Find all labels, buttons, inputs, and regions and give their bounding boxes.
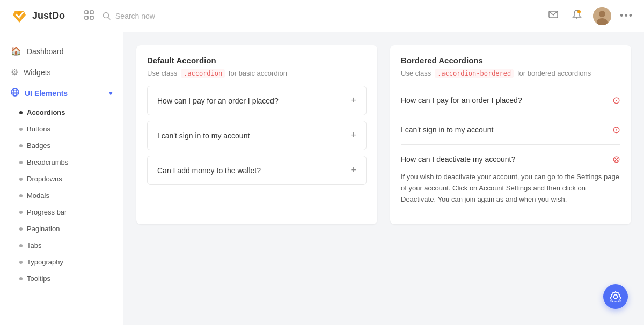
subitem-dot [19,261,23,264]
bordered-accordion-code-label: .accordion-bordered [435,69,514,78]
sidebar-item-dashboard[interactable]: 🏠 Dashboard [0,41,123,62]
search-bar[interactable]: Search now [103,12,546,20]
avatar[interactable] [593,7,611,25]
svg-rect-1 [90,11,93,14]
svg-point-10 [599,11,605,17]
sidebar-subitem-tooltips[interactable]: Tooltips [0,270,123,287]
accordion-item-3[interactable]: Can I add money to the wallet? + [147,156,367,185]
layout: 🏠 Dashboard ⚙ Widgets UI Elements ▾ [0,32,644,325]
logo[interactable]: JustDo [11,8,65,25]
subitem-dot [19,128,23,131]
search-placeholder: Search now [115,12,155,20]
svg-point-8 [577,10,581,13]
bordered-desc-suffix: for bordered accordions [517,69,591,77]
sidebar-subitem-buttons[interactable]: Buttons [0,121,123,137]
header-right: ••• [546,7,633,25]
sidebar-item-widgets-label: Widgets [24,68,51,77]
bordered-accordion-content-3: If you wish to deactivate your account, … [401,172,620,205]
default-accordion-code-label: .accordion [181,69,225,78]
sidebar-item-widgets[interactable]: ⚙ Widgets [0,62,123,83]
bordered-accordion-header-2[interactable]: I can't sign in to my account ⊙ [401,124,620,136]
sidebar-submenu-ui-elements: Accordions Buttons Badges Breadcrumbs Dr… [0,104,123,287]
sidebar-subitem-pagination[interactable]: Pagination [0,220,123,237]
notification-button[interactable] [569,7,584,25]
subitem-dot [19,194,23,197]
accordion-item-1[interactable]: How can I pay for an order I placed? + [147,86,367,115]
accordion-label-3: Can I add money to the wallet? [157,166,261,175]
home-icon: 🏠 [11,46,21,56]
logo-text: JustDo [32,10,65,21]
sidebar-subitem-breadcrumbs[interactable]: Breadcrumbs [0,154,123,171]
bordered-accordion-label-2: I can't sign in to my account [401,125,493,134]
more-options-button[interactable]: ••• [620,10,633,21]
sidebar-subitem-badges[interactable]: Badges [0,137,123,154]
subitem-accordions-label: Accordions [27,108,65,116]
sidebar-subitem-typography[interactable]: Typography [0,254,123,270]
bordered-accordion-header-1[interactable]: How can I pay for an order I placed? ⊙ [401,94,620,106]
accordion-plus-icon-3: + [350,165,356,176]
accordion-label-2: I can't sign in to my account [157,131,250,140]
chevron-circle-down-icon-2: ⊙ [612,124,620,136]
default-accordion-desc: Use class .accordion for basic accordion [147,69,367,77]
bordered-accordion-item-1[interactable]: How can I pay for an order I placed? ⊙ [401,86,620,115]
subitem-badges-label: Badges [27,142,50,150]
sidebar-subitem-tabs[interactable]: Tabs [0,237,123,254]
bordered-accordion-card: Bordered Accordions Use class .accordion… [390,45,631,224]
subitem-dot [19,277,23,280]
accordion-plus-icon-1: + [350,95,356,106]
svg-line-5 [108,17,111,19]
bordered-accordion-header-3[interactable]: How can I deactivate my account? ⊗ [401,153,620,165]
subitem-tooltips-label: Tooltips [27,275,50,283]
accordion-item-2[interactable]: I can't sign in to my account + [147,121,367,150]
subitem-dot [19,144,23,147]
bordered-accordion-item-2[interactable]: I can't sign in to my account ⊙ [401,115,620,145]
mail-icon [548,9,559,20]
subitem-dot [19,211,23,214]
fab-settings-button[interactable] [603,284,628,309]
app-header: JustDo Search now [0,0,644,32]
svg-rect-3 [90,16,93,19]
sidebar-subitem-progress-bar[interactable]: Progress bar [0,204,123,220]
search-icon [103,12,111,20]
settings-icon [610,291,621,302]
bordered-accordion-item-3[interactable]: How can I deactivate my account? ⊗ If yo… [401,145,620,213]
accordion-plus-icon-2: + [350,130,356,141]
grid-icon [84,10,94,20]
bordered-accordion-title: Bordered Accordions [401,56,620,65]
svg-rect-2 [85,16,88,19]
chevron-circle-down-icon-1: ⊙ [612,94,620,106]
subitem-dot [19,161,23,164]
bordered-accordion-desc: Use class .accordion-bordered for border… [401,69,620,77]
main-content: Default Accordion Use class .accordion f… [123,32,644,325]
chevron-down-icon: ▾ [109,90,112,97]
gear-icon: ⚙ [11,67,18,77]
logo-icon [11,8,28,25]
subitem-breadcrumbs-label: Breadcrumbs [27,158,68,166]
sidebar: 🏠 Dashboard ⚙ Widgets UI Elements ▾ [0,32,123,325]
content-grid: Default Accordion Use class .accordion f… [136,45,631,224]
chevron-circle-up-icon-3: ⊗ [612,153,620,165]
sidebar-item-ui-elements[interactable]: UI Elements ▾ [0,83,123,104]
bordered-desc-prefix: Use class [401,69,431,77]
subitem-dropdowns-label: Dropdowns [27,175,62,183]
subitem-buttons-label: Buttons [27,125,50,133]
sidebar-subitem-accordions[interactable]: Accordions [0,104,123,121]
subitem-pagination-label: Pagination [27,225,60,233]
subitem-progress-bar-label: Progress bar [27,208,67,216]
desc-suffix: for basic accordion [229,69,287,77]
default-accordion-title: Default Accordion [147,56,367,65]
subitem-dot [19,244,23,247]
mail-button[interactable] [546,7,561,25]
bell-icon [572,9,582,20]
sidebar-subitem-modals[interactable]: Modals [0,187,123,204]
sidebar-subitem-dropdowns[interactable]: Dropdowns [0,171,123,187]
grid-icon-button[interactable] [81,7,97,25]
subitem-typography-label: Typography [27,258,63,266]
sidebar-item-dashboard-label: Dashboard [27,47,64,56]
subitem-dot [19,111,23,114]
default-accordion-card: Default Accordion Use class .accordion f… [136,45,377,224]
subitem-dot [19,178,23,181]
svg-point-17 [614,295,618,299]
sidebar-item-ui-elements-label: UI Elements [25,89,68,98]
accordion-label-1: How can I pay for an order I placed? [157,97,279,105]
